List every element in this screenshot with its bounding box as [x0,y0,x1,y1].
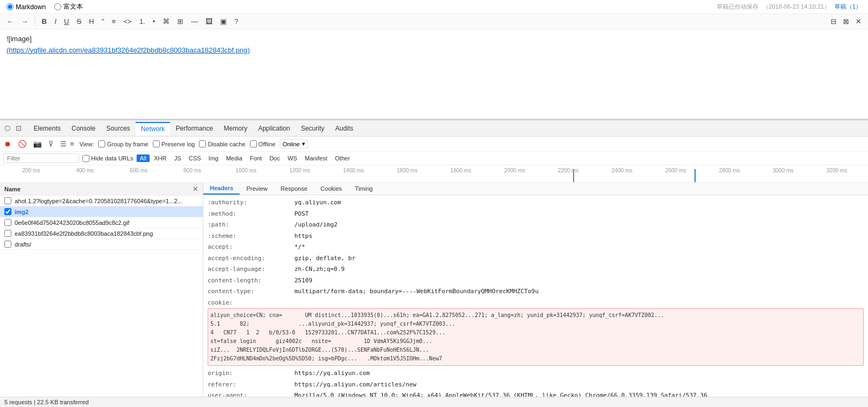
quote-button[interactable]: " [99,16,106,27]
view-icons-group: ☰ ≡ [59,139,75,149]
bold-button[interactable]: B [40,16,49,27]
tab-performance[interactable]: Performance [170,122,218,134]
details-tab-timing[interactable]: Timing [349,183,380,195]
offline-label-container[interactable]: Offline [250,140,276,147]
header-authority: :authority: yq.aliyun.com [208,197,864,209]
close-editor-button[interactable]: ✕ [853,16,864,27]
preserve-log-label[interactable]: Preserve log [153,140,195,147]
tl-1400: 1400 ms [326,167,380,173]
draft-link[interactable]: 草稿（1） [834,3,861,11]
waterfall-view-button[interactable]: ≡ [69,139,75,149]
file-list-header: Name ✕ [0,183,203,196]
strikethrough-button[interactable]: S [74,16,83,27]
table-button[interactable]: ⊞ [175,16,185,27]
status-text: 5 requests | 22.5 KB transferred [4,399,89,405]
details-tab-headers[interactable]: Headers [203,183,240,195]
camera-button[interactable]: 📷 [32,139,43,149]
details-tab-preview[interactable]: Preview [240,183,274,195]
rich-radio-label[interactable]: 富文本 [54,2,83,11]
file-item-0[interactable]: ahot.1.2?logtype=2&cache=0.7205810281776… [0,196,203,206]
file-item-1-name: img2 [15,209,29,215]
file-item-1-checkbox[interactable] [4,208,11,215]
filter-other-button[interactable]: Other [332,154,353,162]
group-by-frame-checkbox[interactable] [98,140,105,147]
filter-img-button[interactable]: Img [205,154,222,162]
filter-input[interactable] [3,153,79,163]
heading-button[interactable]: H [87,16,96,27]
tab-memory[interactable]: Memory [218,122,253,134]
markdown-radio[interactable] [7,3,14,10]
filter-button[interactable]: ⊽ [47,139,55,149]
hide-data-urls-checkbox[interactable] [82,155,89,162]
italic-button[interactable]: I [52,16,59,27]
view-label: View: [80,141,94,147]
hide-data-urls-label[interactable]: Hide data URLs [82,155,133,162]
tab-security[interactable]: Security [295,122,330,134]
tab-sources[interactable]: Sources [101,122,136,134]
header-content-type-value: multipart/form-data; boundary=----WebKit… [294,287,538,296]
tab-application[interactable]: Application [253,122,295,134]
editor-content-link[interactable]: (https://yqfile.alicdn.com/ea83931bf3264… [7,46,250,54]
rich-label: 富文本 [63,2,83,11]
file-item-0-checkbox[interactable] [4,197,11,204]
tl-800: 800 ms [165,167,219,173]
inspect-element-button[interactable]: ⬡ [2,123,12,133]
filter-ws-button[interactable]: WS [284,154,300,162]
group-by-frame-label[interactable]: Group by frame [98,140,148,147]
online-select[interactable]: Online ▾ [280,139,308,148]
help-button[interactable]: ? [232,16,240,27]
file-item-1[interactable]: img2 [0,206,203,217]
file-item-3[interactable]: ea83931bf3264e2f2bbdb8c8003baca182843cbf… [0,228,203,239]
offline-checkbox[interactable] [250,140,257,147]
header-origin: origin: https://yq.aliyun.com [208,368,864,379]
header-referer: referer: https://yq.aliyun.com/articles/… [208,379,864,391]
code-button[interactable]: <> [121,16,134,27]
details-tab-response[interactable]: Response [274,183,314,195]
redo-button[interactable]: → [19,16,30,27]
file-item-4[interactable]: drafts/ [0,239,203,250]
record-button[interactable]: ⏺ [3,139,12,149]
align-button[interactable]: ≡ [110,16,118,27]
underline-button[interactable]: U [62,16,71,27]
details-tab-cookies[interactable]: Cookies [314,183,349,195]
disable-cache-checkbox[interactable] [199,140,206,147]
link-button[interactable]: ⌘ [160,16,172,27]
filter-js-button[interactable]: JS [171,154,184,162]
tab-network[interactable]: Network [136,122,170,135]
list-ul-button[interactable]: • [151,16,158,27]
filter-doc-button[interactable]: Doc [266,154,284,162]
file-item-3-checkbox[interactable] [4,230,11,237]
editor-content-line2: (https://yqfile.alicdn.com/ea83931bf3264… [7,45,861,56]
device-toolbar-button[interactable]: ⊡ [14,123,24,133]
header-accept-language: accept-language: zh-CN,zh;q=0.9 [208,264,864,275]
filter-font-button[interactable]: Font [247,154,265,162]
filter-css-button[interactable]: CSS [185,154,204,162]
file-item-2[interactable]: 0e6e0f46d75042423020bc8055ad9c8c2.gif [0,217,203,228]
header-referer-name: referer: [208,380,294,390]
filter-media-button[interactable]: Media [223,154,246,162]
file-item-2-checkbox[interactable] [4,219,11,226]
undo-button[interactable]: ← [4,16,16,27]
video-button[interactable]: ▣ [218,16,229,27]
disable-cache-label[interactable]: Disable cache [199,140,245,147]
file-item-4-checkbox[interactable] [4,241,11,248]
rich-radio[interactable] [54,3,61,10]
tab-console[interactable]: Console [66,122,101,134]
list-ol-button[interactable]: 1. [137,16,147,27]
filter-manifest-button[interactable]: Manifest [301,154,331,162]
cookie-highlight-block: aliyun_choice=CN; cna= UM distinct...103… [208,308,864,366]
filter-xhr-button[interactable]: XHR [151,154,170,162]
list-view-button[interactable]: ☰ [59,139,68,149]
filter-all-button[interactable]: All [137,154,150,162]
preserve-log-checkbox[interactable] [153,140,160,147]
tab-elements[interactable]: Elements [28,122,66,134]
close-file-list-button[interactable]: ✕ [192,185,198,193]
fullscreen-button[interactable]: ⊠ [841,16,851,27]
image-button[interactable]: 🖼 [203,16,215,27]
split-view-button[interactable]: ⊟ [828,16,839,27]
timeline-bar: 200 ms 400 ms 600 ms 800 ms 1000 ms 1200… [0,165,868,183]
clear-button[interactable]: 🚫 [17,139,28,149]
markdown-radio-label[interactable]: Markdown [7,3,46,11]
tab-audits[interactable]: Audits [330,122,358,134]
hr-button[interactable]: — [189,16,200,27]
